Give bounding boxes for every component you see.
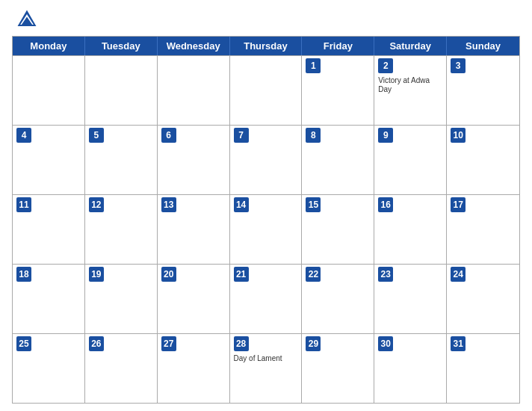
calendar-grid: MondayTuesdayWednesdayThursdayFridaySatu… — [12, 36, 520, 404]
calendar-cell: 22 — [302, 265, 374, 333]
cell-date-number: 30 — [378, 336, 393, 351]
logo — [15, 7, 42, 31]
calendar-cell: 8 — [302, 126, 374, 194]
calendar-cell: 7 — [230, 126, 303, 194]
cell-date-number: 15 — [306, 197, 321, 212]
cell-date-number: 18 — [16, 267, 31, 282]
calendar-cell: 19 — [85, 265, 158, 333]
cell-date-number — [234, 58, 249, 73]
cell-date-number — [16, 58, 31, 73]
cell-date-number: 5 — [89, 128, 104, 143]
calendar-cell: 25 — [13, 334, 85, 403]
calendar-cell: 21 — [230, 265, 303, 333]
cell-date-number: 29 — [306, 336, 321, 351]
calendar-cell: 17 — [447, 195, 519, 264]
calendar-cell: 1 — [302, 56, 374, 125]
calendar-cell: 27 — [158, 334, 230, 403]
cell-event-label: Victory at Adwa Day — [378, 76, 442, 94]
day-header-thursday: Thursday — [230, 37, 303, 55]
calendar-cell: 11 — [13, 195, 85, 264]
day-headers-row: MondayTuesdayWednesdayThursdayFridaySatu… — [13, 37, 519, 55]
cell-date-number: 24 — [451, 267, 466, 282]
week-row-1: 12Victory at Adwa Day3 — [13, 55, 519, 125]
week-row-3: 11121314151617 — [13, 194, 519, 264]
cell-date-number: 12 — [89, 197, 104, 212]
cell-date-number: 4 — [16, 128, 31, 143]
day-header-monday: Monday — [13, 37, 85, 55]
cell-date-number: 3 — [451, 58, 466, 73]
calendar-cell: 15 — [302, 195, 374, 264]
calendar-cell: 9 — [374, 126, 447, 194]
calendar-cell: 4 — [13, 126, 85, 194]
day-header-sunday: Sunday — [447, 37, 519, 55]
cell-date-number: 10 — [451, 128, 466, 143]
week-row-4: 18192021222324 — [13, 264, 519, 333]
day-header-wednesday: Wednesday — [158, 37, 230, 55]
cell-date-number: 27 — [161, 336, 176, 351]
calendar-cell: 30 — [374, 334, 447, 403]
cell-date-number: 19 — [89, 267, 104, 282]
calendar-cell: 13 — [158, 195, 230, 264]
calendar-cell: 23 — [374, 265, 447, 333]
calendar-cell — [13, 56, 85, 125]
cell-date-number: 6 — [161, 128, 176, 143]
cell-date-number: 28 — [234, 336, 249, 351]
calendar-cell — [85, 56, 158, 125]
calendar-cell: 31 — [447, 334, 519, 403]
cell-date-number: 2 — [378, 58, 393, 73]
cell-date-number: 7 — [234, 128, 249, 143]
cell-date-number: 16 — [378, 197, 393, 212]
cell-date-number: 31 — [451, 336, 466, 351]
day-header-tuesday: Tuesday — [85, 37, 158, 55]
calendar-cell: 14 — [230, 195, 303, 264]
weeks-container: 12Victory at Adwa Day3456789101112131415… — [13, 55, 519, 403]
cell-date-number: 17 — [451, 197, 466, 212]
cell-date-number: 26 — [89, 336, 104, 351]
calendar-cell: 3 — [447, 56, 519, 125]
calendar-cell: 6 — [158, 126, 230, 194]
page-header — [12, 7, 520, 31]
week-row-5: 25262728Day of Lament293031 — [13, 333, 519, 403]
calendar-page: MondayTuesdayWednesdayThursdayFridaySatu… — [0, 0, 532, 411]
cell-date-number: 14 — [234, 197, 249, 212]
cell-event-label: Day of Lament — [234, 354, 298, 363]
calendar-cell: 12 — [85, 195, 158, 264]
calendar-cell — [230, 56, 303, 125]
cell-date-number: 25 — [16, 336, 31, 351]
calendar-cell: 26 — [85, 334, 158, 403]
cell-date-number: 1 — [306, 58, 321, 73]
calendar-cell: 28Day of Lament — [230, 334, 303, 403]
day-header-friday: Friday — [302, 37, 374, 55]
calendar-cell: 2Victory at Adwa Day — [374, 56, 447, 125]
calendar-cell: 20 — [158, 265, 230, 333]
day-header-saturday: Saturday — [374, 37, 447, 55]
cell-date-number — [161, 58, 176, 73]
cell-date-number: 9 — [378, 128, 393, 143]
cell-date-number: 20 — [161, 267, 176, 282]
cell-date-number: 8 — [306, 128, 321, 143]
cell-date-number: 13 — [161, 197, 176, 212]
calendar-cell: 10 — [447, 126, 519, 194]
cell-date-number: 11 — [16, 197, 31, 212]
generalblue-logo-icon — [15, 7, 39, 31]
week-row-2: 45678910 — [13, 125, 519, 194]
calendar-cell: 18 — [13, 265, 85, 333]
cell-date-number: 23 — [378, 267, 393, 282]
calendar-cell — [158, 56, 230, 125]
calendar-cell: 24 — [447, 265, 519, 333]
cell-date-number: 22 — [306, 267, 321, 282]
calendar-cell: 5 — [85, 126, 158, 194]
cell-date-number — [89, 58, 104, 73]
calendar-cell: 29 — [302, 334, 374, 403]
calendar-cell: 16 — [374, 195, 447, 264]
cell-date-number: 21 — [234, 267, 249, 282]
